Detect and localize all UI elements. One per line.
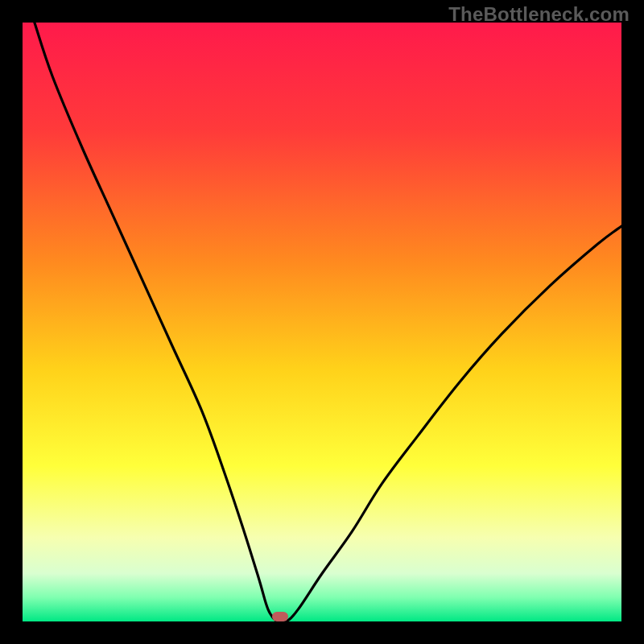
svg-rect-0 <box>23 23 621 621</box>
plot-area <box>23 23 621 621</box>
gradient-background <box>23 23 621 621</box>
watermark-text: TheBottleneck.com <box>448 3 630 26</box>
optimal-marker <box>272 612 288 621</box>
chart-frame: TheBottleneck.com <box>0 0 644 644</box>
